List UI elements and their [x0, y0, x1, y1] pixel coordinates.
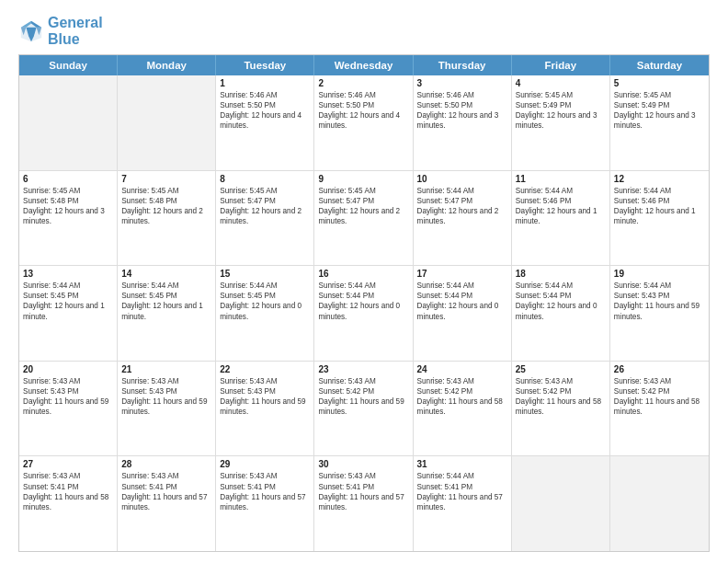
- day-number: 8: [220, 174, 310, 184]
- calendar-cell-24: 24Sunrise: 5:43 AM Sunset: 5:42 PM Dayli…: [414, 362, 512, 456]
- cell-info: Sunrise: 5:43 AM Sunset: 5:42 PM Dayligh…: [516, 376, 606, 417]
- day-number: 2: [318, 78, 408, 88]
- calendar-cell-2: 2Sunrise: 5:46 AM Sunset: 5:50 PM Daylig…: [314, 75, 413, 170]
- calendar-cell-27: 27Sunrise: 5:43 AM Sunset: 5:41 PM Dayli…: [19, 456, 118, 551]
- calendar-cell-empty: [19, 75, 118, 170]
- calendar-cell-11: 11Sunrise: 5:44 AM Sunset: 5:46 PM Dayli…: [512, 171, 610, 266]
- calendar: SundayMondayTuesdayWednesdayThursdayFrid…: [18, 54, 710, 552]
- calendar-row-0: 1Sunrise: 5:46 AM Sunset: 5:50 PM Daylig…: [19, 75, 709, 170]
- cell-info: Sunrise: 5:43 AM Sunset: 5:41 PM Dayligh…: [220, 471, 310, 511]
- cell-info: Sunrise: 5:43 AM Sunset: 5:41 PM Dayligh…: [318, 471, 408, 511]
- logo-icon: [18, 18, 44, 44]
- day-number: 6: [23, 174, 113, 184]
- day-number: 12: [614, 174, 705, 184]
- cell-info: Sunrise: 5:46 AM Sunset: 5:50 PM Dayligh…: [220, 90, 310, 131]
- calendar-cell-12: 12Sunrise: 5:44 AM Sunset: 5:46 PM Dayli…: [610, 171, 709, 266]
- day-number: 20: [23, 364, 113, 374]
- cell-info: Sunrise: 5:44 AM Sunset: 5:45 PM Dayligh…: [23, 281, 113, 321]
- day-number: 26: [614, 364, 705, 374]
- cell-info: Sunrise: 5:43 AM Sunset: 5:42 PM Dayligh…: [318, 376, 408, 417]
- calendar-cell-25: 25Sunrise: 5:43 AM Sunset: 5:42 PM Dayli…: [512, 362, 610, 456]
- calendar-cell-31: 31Sunrise: 5:44 AM Sunset: 5:41 PM Dayli…: [414, 456, 512, 551]
- header-day-sunday: Sunday: [19, 55, 118, 75]
- header-day-tuesday: Tuesday: [216, 55, 314, 75]
- header-day-thursday: Thursday: [414, 55, 512, 75]
- calendar-cell-empty: [512, 456, 610, 551]
- calendar-cell-21: 21Sunrise: 5:43 AM Sunset: 5:43 PM Dayli…: [118, 362, 216, 456]
- day-number: 19: [614, 269, 705, 279]
- day-number: 31: [417, 459, 507, 469]
- cell-info: Sunrise: 5:44 AM Sunset: 5:44 PM Dayligh…: [417, 281, 507, 321]
- day-number: 18: [516, 269, 606, 279]
- calendar-cell-empty: [610, 456, 709, 551]
- calendar-cell-13: 13Sunrise: 5:44 AM Sunset: 5:45 PM Dayli…: [19, 266, 118, 361]
- calendar-cell-3: 3Sunrise: 5:46 AM Sunset: 5:50 PM Daylig…: [414, 75, 512, 170]
- calendar-cell-4: 4Sunrise: 5:45 AM Sunset: 5:49 PM Daylig…: [512, 75, 610, 170]
- cell-info: Sunrise: 5:44 AM Sunset: 5:45 PM Dayligh…: [121, 281, 211, 321]
- cell-info: Sunrise: 5:46 AM Sunset: 5:50 PM Dayligh…: [318, 90, 408, 131]
- calendar-cell-23: 23Sunrise: 5:43 AM Sunset: 5:42 PM Dayli…: [314, 362, 413, 456]
- calendar-cell-20: 20Sunrise: 5:43 AM Sunset: 5:43 PM Dayli…: [19, 362, 118, 456]
- page: General Blue SundayMondayTuesdayWednesda…: [0, 0, 728, 563]
- cell-info: Sunrise: 5:44 AM Sunset: 5:41 PM Dayligh…: [417, 471, 507, 511]
- cell-info: Sunrise: 5:43 AM Sunset: 5:43 PM Dayligh…: [121, 376, 211, 417]
- calendar-cell-26: 26Sunrise: 5:43 AM Sunset: 5:42 PM Dayli…: [610, 362, 709, 456]
- calendar-cell-22: 22Sunrise: 5:43 AM Sunset: 5:43 PM Dayli…: [216, 362, 314, 456]
- calendar-cell-15: 15Sunrise: 5:44 AM Sunset: 5:45 PM Dayli…: [216, 266, 314, 361]
- day-number: 22: [220, 364, 310, 374]
- day-number: 17: [417, 269, 507, 279]
- day-number: 10: [417, 174, 507, 184]
- calendar-cell-30: 30Sunrise: 5:43 AM Sunset: 5:41 PM Dayli…: [314, 456, 413, 551]
- calendar-body: 1Sunrise: 5:46 AM Sunset: 5:50 PM Daylig…: [19, 75, 709, 551]
- day-number: 23: [318, 364, 408, 374]
- cell-info: Sunrise: 5:45 AM Sunset: 5:49 PM Dayligh…: [614, 90, 705, 131]
- day-number: 29: [220, 459, 310, 469]
- day-number: 21: [121, 364, 211, 374]
- calendar-cell-19: 19Sunrise: 5:44 AM Sunset: 5:43 PM Dayli…: [610, 266, 709, 361]
- day-number: 24: [417, 364, 507, 374]
- cell-info: Sunrise: 5:43 AM Sunset: 5:41 PM Dayligh…: [121, 471, 211, 511]
- calendar-cell-8: 8Sunrise: 5:45 AM Sunset: 5:47 PM Daylig…: [216, 171, 314, 266]
- calendar-cell-7: 7Sunrise: 5:45 AM Sunset: 5:48 PM Daylig…: [118, 171, 216, 266]
- cell-info: Sunrise: 5:45 AM Sunset: 5:47 PM Dayligh…: [318, 186, 408, 226]
- day-number: 11: [516, 174, 606, 184]
- cell-info: Sunrise: 5:45 AM Sunset: 5:49 PM Dayligh…: [516, 90, 606, 131]
- header: General Blue: [18, 15, 710, 47]
- day-number: 14: [121, 269, 211, 279]
- day-number: 7: [121, 174, 211, 184]
- day-number: 3: [417, 78, 507, 88]
- logo: General Blue: [18, 15, 103, 47]
- calendar-cell-10: 10Sunrise: 5:44 AM Sunset: 5:47 PM Dayli…: [414, 171, 512, 266]
- calendar-row-4: 27Sunrise: 5:43 AM Sunset: 5:41 PM Dayli…: [19, 455, 709, 551]
- cell-info: Sunrise: 5:43 AM Sunset: 5:43 PM Dayligh…: [220, 376, 310, 417]
- day-number: 9: [318, 174, 408, 184]
- header-day-friday: Friday: [512, 55, 610, 75]
- header-day-monday: Monday: [118, 55, 216, 75]
- cell-info: Sunrise: 5:43 AM Sunset: 5:41 PM Dayligh…: [23, 471, 113, 511]
- cell-info: Sunrise: 5:44 AM Sunset: 5:47 PM Dayligh…: [417, 186, 507, 226]
- day-number: 15: [220, 269, 310, 279]
- cell-info: Sunrise: 5:45 AM Sunset: 5:48 PM Dayligh…: [23, 186, 113, 226]
- day-number: 5: [614, 78, 705, 88]
- cell-info: Sunrise: 5:43 AM Sunset: 5:43 PM Dayligh…: [23, 376, 113, 417]
- day-number: 1: [220, 78, 310, 88]
- calendar-cell-14: 14Sunrise: 5:44 AM Sunset: 5:45 PM Dayli…: [118, 266, 216, 361]
- cell-info: Sunrise: 5:45 AM Sunset: 5:48 PM Dayligh…: [121, 186, 211, 226]
- calendar-cell-9: 9Sunrise: 5:45 AM Sunset: 5:47 PM Daylig…: [314, 171, 413, 266]
- calendar-cell-29: 29Sunrise: 5:43 AM Sunset: 5:41 PM Dayli…: [216, 456, 314, 551]
- cell-info: Sunrise: 5:46 AM Sunset: 5:50 PM Dayligh…: [417, 90, 507, 131]
- cell-info: Sunrise: 5:44 AM Sunset: 5:43 PM Dayligh…: [614, 281, 705, 321]
- calendar-row-2: 13Sunrise: 5:44 AM Sunset: 5:45 PM Dayli…: [19, 265, 709, 361]
- calendar-cell-17: 17Sunrise: 5:44 AM Sunset: 5:44 PM Dayli…: [414, 266, 512, 361]
- day-number: 16: [318, 269, 408, 279]
- day-number: 13: [23, 269, 113, 279]
- cell-info: Sunrise: 5:44 AM Sunset: 5:46 PM Dayligh…: [516, 186, 606, 226]
- day-number: 30: [318, 459, 408, 469]
- cell-info: Sunrise: 5:45 AM Sunset: 5:47 PM Dayligh…: [220, 186, 310, 226]
- day-number: 4: [516, 78, 606, 88]
- header-day-saturday: Saturday: [610, 55, 709, 75]
- header-day-wednesday: Wednesday: [314, 55, 413, 75]
- cell-info: Sunrise: 5:43 AM Sunset: 5:42 PM Dayligh…: [417, 376, 507, 417]
- calendar-row-1: 6Sunrise: 5:45 AM Sunset: 5:48 PM Daylig…: [19, 170, 709, 266]
- calendar-cell-28: 28Sunrise: 5:43 AM Sunset: 5:41 PM Dayli…: [118, 456, 216, 551]
